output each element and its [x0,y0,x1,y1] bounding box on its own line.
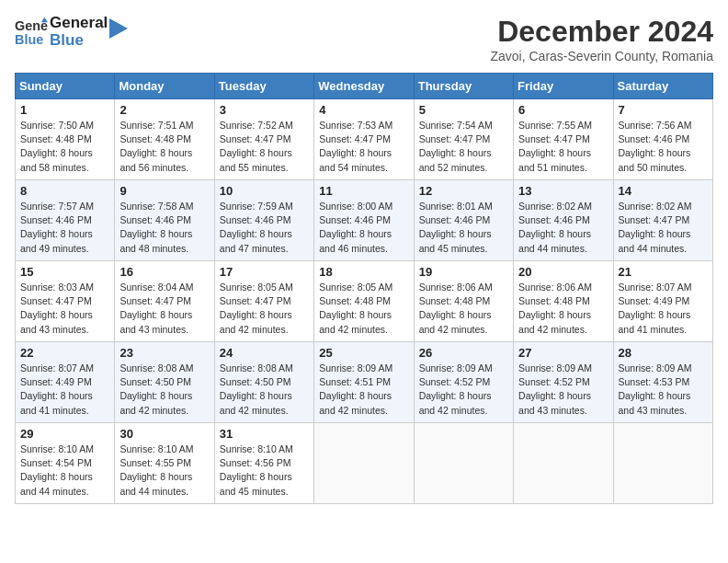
day-info: Sunrise: 8:10 AMSunset: 4:54 PMDaylight:… [20,442,109,499]
day-info: Sunrise: 8:04 AMSunset: 4:47 PMDaylight:… [119,281,209,337]
day-number: 27 [518,346,608,360]
day-info: Sunrise: 7:54 AMSunset: 4:47 PMDaylight:… [419,119,508,175]
calendar-cell: 28Sunrise: 8:09 AMSunset: 4:53 PMDayligh… [613,342,712,423]
day-info: Sunrise: 7:56 AMSunset: 4:46 PMDaylight:… [619,119,708,175]
day-number: 20 [518,265,608,279]
day-info: Sunrise: 7:50 AMSunset: 4:48 PMDaylight:… [20,119,109,175]
calendar-table: SundayMondayTuesdayWednesdayThursdayFrid… [15,73,713,504]
day-number: 29 [20,427,109,441]
calendar-cell: 13Sunrise: 8:02 AMSunset: 4:46 PMDayligh… [514,180,613,261]
day-info: Sunrise: 8:01 AMSunset: 4:46 PMDaylight:… [419,200,508,256]
day-info: Sunrise: 7:59 AMSunset: 4:46 PMDaylight:… [220,200,309,256]
weekday-header: Monday [115,74,214,99]
calendar-cell: 2Sunrise: 7:51 AMSunset: 4:48 PMDaylight… [115,99,214,180]
calendar-cell: 6Sunrise: 7:55 AMSunset: 4:47 PMDaylight… [514,99,613,180]
calendar-cell: 25Sunrise: 8:09 AMSunset: 4:51 PMDayligh… [314,342,414,423]
day-number: 21 [619,265,708,279]
calendar-cell: 19Sunrise: 8:06 AMSunset: 4:48 PMDayligh… [414,261,513,342]
day-info: Sunrise: 7:53 AMSunset: 4:47 PMDaylight:… [319,119,408,175]
title-block: December 2024 Zavoi, Caras-Severin Count… [490,15,713,63]
day-number: 16 [119,265,209,279]
day-info: Sunrise: 8:07 AMSunset: 4:49 PMDaylight:… [20,362,109,418]
day-number: 24 [220,346,309,360]
calendar-cell: 15Sunrise: 8:03 AMSunset: 4:47 PMDayligh… [16,261,115,342]
calendar-cell: 16Sunrise: 8:04 AMSunset: 4:47 PMDayligh… [115,261,214,342]
day-number: 23 [119,346,209,360]
calendar-cell: 21Sunrise: 8:07 AMSunset: 4:49 PMDayligh… [613,261,712,342]
day-number: 25 [319,346,408,360]
logo-line2: Blue [50,32,108,50]
day-number: 30 [119,427,209,441]
day-number: 12 [419,184,508,198]
weekday-header: Wednesday [314,74,414,99]
day-info: Sunrise: 7:51 AMSunset: 4:48 PMDaylight:… [119,119,209,175]
day-number: 6 [518,103,608,117]
calendar-cell: 14Sunrise: 8:02 AMSunset: 4:47 PMDayligh… [613,180,712,261]
logo-icon: General Blue [15,16,48,49]
calendar-cell: 3Sunrise: 7:52 AMSunset: 4:47 PMDaylight… [214,99,313,180]
calendar-cell: 30Sunrise: 8:10 AMSunset: 4:55 PMDayligh… [115,423,214,504]
day-number: 9 [119,184,209,198]
calendar-cell: 27Sunrise: 8:09 AMSunset: 4:52 PMDayligh… [514,342,613,423]
day-info: Sunrise: 7:55 AMSunset: 4:47 PMDaylight:… [518,119,608,175]
day-number: 7 [619,103,708,117]
day-info: Sunrise: 8:03 AMSunset: 4:47 PMDaylight:… [20,281,109,337]
day-info: Sunrise: 8:08 AMSunset: 4:50 PMDaylight:… [220,362,309,418]
day-number: 13 [518,184,608,198]
day-number: 14 [619,184,708,198]
calendar-week-row: 22Sunrise: 8:07 AMSunset: 4:49 PMDayligh… [16,342,713,423]
day-number: 8 [20,184,109,198]
day-info: Sunrise: 7:58 AMSunset: 4:46 PMDaylight:… [119,200,209,256]
calendar-cell: 4Sunrise: 7:53 AMSunset: 4:47 PMDaylight… [314,99,414,180]
logo-line1: General [50,15,108,32]
day-number: 5 [419,103,508,117]
calendar-cell: 22Sunrise: 8:07 AMSunset: 4:49 PMDayligh… [16,342,115,423]
day-number: 10 [220,184,309,198]
weekday-header: Saturday [613,74,712,99]
calendar-cell [514,423,613,504]
calendar-cell: 29Sunrise: 8:10 AMSunset: 4:54 PMDayligh… [16,423,115,504]
page-title: December 2024 [490,15,713,49]
calendar-cell [314,423,414,504]
day-number: 2 [119,103,209,117]
calendar-cell: 26Sunrise: 8:09 AMSunset: 4:52 PMDayligh… [414,342,513,423]
day-number: 15 [20,265,109,279]
calendar-week-row: 1Sunrise: 7:50 AMSunset: 4:48 PMDaylight… [16,99,713,180]
weekday-header: Tuesday [214,74,313,99]
calendar-cell [414,423,513,504]
day-info: Sunrise: 8:09 AMSunset: 4:52 PMDaylight:… [419,362,508,418]
weekday-header: Thursday [414,74,513,99]
day-info: Sunrise: 8:08 AMSunset: 4:50 PMDaylight:… [119,362,209,418]
calendar-week-row: 15Sunrise: 8:03 AMSunset: 4:47 PMDayligh… [16,261,713,342]
calendar-cell: 23Sunrise: 8:08 AMSunset: 4:50 PMDayligh… [115,342,214,423]
day-info: Sunrise: 8:05 AMSunset: 4:47 PMDaylight:… [220,281,309,337]
calendar-cell: 12Sunrise: 8:01 AMSunset: 4:46 PMDayligh… [414,180,513,261]
day-info: Sunrise: 8:09 AMSunset: 4:53 PMDaylight:… [619,362,708,418]
calendar-cell: 18Sunrise: 8:05 AMSunset: 4:48 PMDayligh… [314,261,414,342]
day-info: Sunrise: 7:57 AMSunset: 4:46 PMDaylight:… [20,200,109,256]
day-number: 26 [419,346,508,360]
calendar-cell: 9Sunrise: 7:58 AMSunset: 4:46 PMDaylight… [115,180,214,261]
weekday-header: Sunday [16,74,115,99]
logo: General Blue General Blue [15,15,128,49]
calendar-cell: 7Sunrise: 7:56 AMSunset: 4:46 PMDaylight… [613,99,712,180]
day-number: 11 [319,184,408,198]
day-info: Sunrise: 8:10 AMSunset: 4:56 PMDaylight:… [220,442,309,499]
day-info: Sunrise: 8:02 AMSunset: 4:47 PMDaylight:… [619,200,708,256]
weekday-header: Friday [514,74,613,99]
svg-marker-3 [109,18,128,39]
day-number: 19 [419,265,508,279]
day-info: Sunrise: 8:10 AMSunset: 4:55 PMDaylight:… [119,442,209,499]
calendar-cell: 20Sunrise: 8:06 AMSunset: 4:48 PMDayligh… [514,261,613,342]
calendar-cell: 1Sunrise: 7:50 AMSunset: 4:48 PMDaylight… [16,99,115,180]
calendar-week-row: 29Sunrise: 8:10 AMSunset: 4:54 PMDayligh… [16,423,713,504]
page-subtitle: Zavoi, Caras-Severin County, Romania [490,49,713,63]
page-header: General Blue General Blue December 2024 … [15,15,713,63]
calendar-week-row: 8Sunrise: 7:57 AMSunset: 4:46 PMDaylight… [16,180,713,261]
day-info: Sunrise: 8:09 AMSunset: 4:52 PMDaylight:… [518,362,608,418]
day-info: Sunrise: 8:06 AMSunset: 4:48 PMDaylight:… [518,281,608,337]
calendar-cell [613,423,712,504]
day-number: 4 [319,103,408,117]
calendar-cell: 11Sunrise: 8:00 AMSunset: 4:46 PMDayligh… [314,180,414,261]
calendar-cell: 24Sunrise: 8:08 AMSunset: 4:50 PMDayligh… [214,342,313,423]
